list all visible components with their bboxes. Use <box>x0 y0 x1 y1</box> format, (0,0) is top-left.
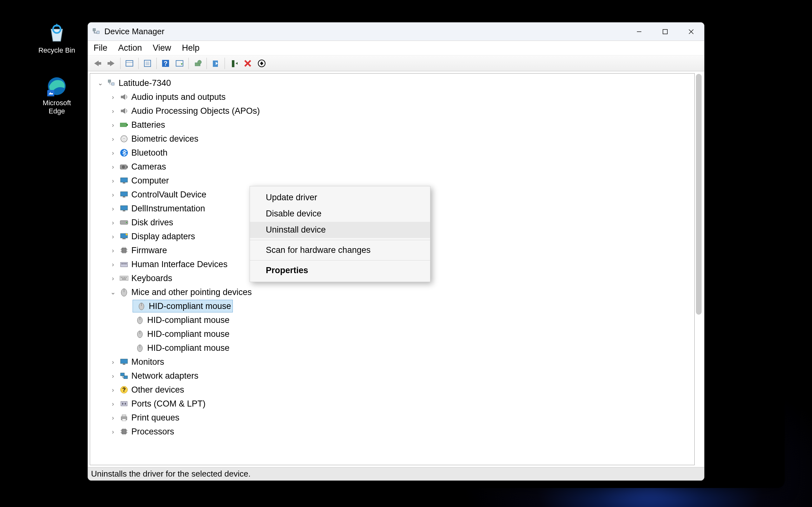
svg-text:?: ? <box>164 60 167 67</box>
tree-category-label: Disk drives <box>131 218 173 228</box>
svg-rect-87 <box>123 364 125 365</box>
tree-category[interactable]: Monitors <box>90 355 694 369</box>
svg-rect-95 <box>122 403 123 405</box>
scan-hardware-button[interactable] <box>173 57 186 70</box>
tree-category-label: Monitors <box>131 357 164 367</box>
hid-icon <box>119 260 129 269</box>
menu-properties[interactable]: Properties <box>250 262 430 279</box>
tree-category-label: Display adapters <box>131 232 195 241</box>
tree-category[interactable]: Batteries <box>90 118 694 132</box>
help-button[interactable]: ? <box>159 57 172 70</box>
menu-disable-device[interactable]: Disable device <box>250 206 430 222</box>
tree-device-hid-mouse[interactable]: HID-compliant mouse <box>90 341 694 355</box>
warning-icon: ? <box>119 385 129 395</box>
chip-icon <box>119 245 129 255</box>
tree-category[interactable]: Biometric devices <box>90 132 694 146</box>
vertical-scrollbar[interactable] <box>696 74 702 315</box>
desktop-icon-recycle-bin[interactable]: Recycle Bin <box>36 23 78 55</box>
svg-rect-25 <box>232 60 235 67</box>
network-icon <box>119 371 129 381</box>
svg-rect-68 <box>123 263 125 264</box>
titlebar[interactable]: Device Manager <box>88 22 704 41</box>
svg-rect-31 <box>108 80 111 82</box>
forward-button[interactable] <box>105 57 118 70</box>
tree-category-label: Bluetooth <box>131 148 167 158</box>
close-button[interactable] <box>678 22 704 41</box>
mouse-icon <box>135 329 145 339</box>
desktop-icon-label: Microsoft Edge <box>36 99 78 116</box>
menu-action[interactable]: Action <box>118 43 142 53</box>
tree-root[interactable]: Latitude-7340 <box>90 76 694 90</box>
svg-point-53 <box>126 222 127 223</box>
tree-device-hid-mouse[interactable]: HID-compliant mouse <box>90 327 694 341</box>
maximize-button[interactable] <box>652 22 678 41</box>
menu-help[interactable]: Help <box>182 43 200 53</box>
tree-category-label: Audio inputs and outputs <box>131 92 225 102</box>
svg-rect-50 <box>120 206 128 210</box>
disable-button[interactable] <box>255 57 268 70</box>
tree-category-label: Audio Processing Objects (APOs) <box>131 106 260 116</box>
tree-device-hid-mouse[interactable]: HID-compliant mouse <box>90 299 694 313</box>
mouse-icon <box>137 301 146 311</box>
tree-category-mice[interactable]: Mice and other pointing devices <box>90 285 694 299</box>
svg-rect-89 <box>124 376 128 379</box>
minimize-button[interactable] <box>626 22 652 41</box>
tree-category[interactable]: Print queues <box>90 411 694 425</box>
svg-rect-70 <box>120 276 128 280</box>
svg-point-22 <box>198 60 201 64</box>
tree-category[interactable]: Audio Processing Objects (APOs) <box>90 104 694 118</box>
tree-device-label: HID-compliant mouse <box>147 343 230 353</box>
menu-uninstall-device[interactable]: Uninstall device <box>250 222 430 238</box>
tree-category[interactable]: Network adapters <box>90 369 694 383</box>
enable-button[interactable] <box>209 57 222 70</box>
svg-marker-10 <box>107 60 114 66</box>
tree-device-label: HID-compliant mouse <box>147 329 230 339</box>
menu-view[interactable]: View <box>153 43 171 53</box>
svg-rect-100 <box>122 429 126 434</box>
tree-device-hid-mouse[interactable]: HID-compliant mouse <box>90 313 694 327</box>
uninstall-button[interactable] <box>227 57 240 70</box>
menu-scan-hardware[interactable]: Scan for hardware changes <box>250 242 430 258</box>
tree-category[interactable]: Ports (COM & LPT) <box>90 397 694 411</box>
tree-category-label: Biometric devices <box>131 134 199 144</box>
svg-point-56 <box>125 233 128 235</box>
menu-update-driver[interactable]: Update driver <box>250 189 430 206</box>
svg-marker-9 <box>94 60 101 66</box>
tree-category[interactable]: ?Other devices <box>90 383 694 397</box>
tree-category[interactable]: Processors <box>90 425 694 439</box>
svg-rect-46 <box>120 178 128 182</box>
tree-device-label: HID-compliant mouse <box>147 315 230 325</box>
monitor-icon <box>119 357 129 367</box>
back-button[interactable] <box>91 57 104 70</box>
update-driver-button[interactable] <box>191 57 204 70</box>
tree-category[interactable]: Computer <box>90 174 694 187</box>
svg-rect-45 <box>126 166 128 168</box>
tree-root-label: Latitude-7340 <box>119 78 171 88</box>
tree-category-label: ControlVault Device <box>131 190 206 200</box>
desktop-icon-edge[interactable]: Microsoft Edge <box>36 76 78 116</box>
tree-category[interactable]: Audio inputs and outputs <box>90 90 694 104</box>
screen-frame: Recycle Bin Microsoft Edge Device Manage… <box>27 19 785 488</box>
svg-rect-88 <box>120 373 124 376</box>
svg-point-44 <box>122 165 125 169</box>
recycle-bin-icon <box>47 23 67 44</box>
svg-rect-55 <box>122 238 125 239</box>
svg-rect-48 <box>120 192 128 196</box>
delete-button[interactable] <box>241 57 254 70</box>
tree-category[interactable]: Bluetooth <box>90 146 694 160</box>
tree-category[interactable]: Cameras <box>90 160 694 174</box>
tree-category-label: Print queues <box>131 413 180 423</box>
computer-icon <box>107 78 116 88</box>
show-hidden-button[interactable] <box>123 57 136 70</box>
chip-icon <box>119 427 129 436</box>
properties-button[interactable] <box>141 57 154 70</box>
svg-rect-51 <box>123 210 125 211</box>
svg-marker-34 <box>123 94 125 100</box>
statusbar: Uninstalls the driver for the selected d… <box>88 467 704 481</box>
desktop-icon-label: Recycle Bin <box>36 46 78 55</box>
svg-rect-11 <box>126 60 133 66</box>
display-icon <box>119 232 129 241</box>
menu-file[interactable]: File <box>94 43 107 53</box>
svg-rect-3 <box>93 29 96 31</box>
bluetooth-icon <box>119 148 129 158</box>
